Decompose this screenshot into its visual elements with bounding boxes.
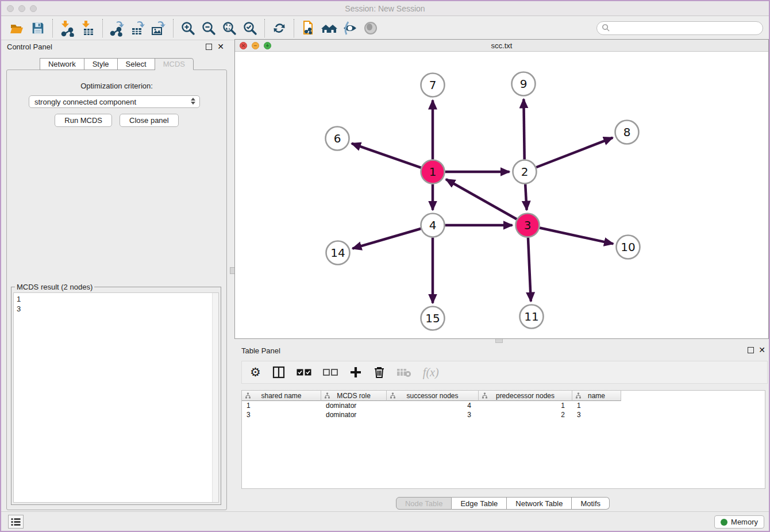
tab-select[interactable]: Select — [118, 58, 155, 70]
global-search[interactable] — [596, 21, 763, 35]
graph-edge-3-1[interactable] — [446, 179, 517, 219]
table-row[interactable]: 1dominator411 — [242, 401, 765, 410]
deselect-all-button[interactable] — [323, 364, 338, 380]
result-scrollbar[interactable] — [212, 293, 218, 502]
graph-edge-2-8[interactable] — [536, 138, 613, 168]
graph-node-label-6: 6 — [334, 132, 341, 145]
criterion-selected-value: strongly connected component — [34, 98, 136, 106]
graph-edge-1-6[interactable] — [352, 144, 421, 168]
column-header-label: predecessor nodes — [496, 392, 555, 400]
close-panel-icon[interactable]: ✕ — [217, 42, 224, 51]
horizontal-splitter-grip[interactable] — [495, 338, 503, 343]
float-table-panel-icon[interactable] — [748, 347, 754, 353]
network-window-title: scc.txt — [235, 41, 768, 50]
table-cell[interactable]: 2 — [479, 410, 572, 419]
zoom-selected-button[interactable] — [240, 18, 260, 38]
import-table-button[interactable] — [78, 18, 98, 38]
tab-network-table[interactable]: Network Table — [507, 497, 572, 510]
column-header-name[interactable]: name — [572, 391, 621, 401]
open-session-button[interactable] — [7, 18, 28, 38]
toolbar-separator — [173, 19, 174, 37]
zoom-out-icon — [201, 20, 217, 36]
column-type-icon — [390, 392, 396, 399]
graph-edges[interactable] — [352, 99, 613, 303]
table-cell[interactable]: 3 — [572, 410, 621, 419]
column-header-predecessor-nodes[interactable]: predecessor nodes — [479, 391, 572, 401]
table-panel-header: Table Panel ✕ — [234, 344, 770, 357]
table-settings-button[interactable]: ⚙ — [250, 364, 261, 380]
tab-node-table[interactable]: Node Table — [396, 497, 452, 510]
control-panel: Control Panel ✕ Network Style Select MCD… — [2, 40, 231, 511]
task-history-button[interactable] — [8, 515, 24, 529]
control-panel-tabs: Network Style Select MCDS — [2, 58, 231, 70]
close-panel-button[interactable]: Close panel — [120, 114, 179, 127]
table-tabs: Node Table Edge Table Network Table Moti… — [234, 497, 770, 510]
search-input[interactable] — [614, 24, 758, 32]
graph-edge-3-10[interactable] — [540, 228, 613, 244]
column-header-successor-nodes[interactable]: successor nodes — [387, 391, 479, 401]
hide-graphics-details-button[interactable] — [340, 18, 360, 38]
node-table-body: 1dominator4113dominator323 — [242, 401, 765, 419]
float-panel-icon[interactable] — [206, 44, 212, 50]
tab-mcds[interactable]: MCDS — [155, 58, 194, 70]
control-panel-header: Control Panel ✕ — [2, 40, 231, 54]
tab-edge-table[interactable]: Edge Table — [452, 497, 507, 510]
table-cell[interactable]: 1 — [479, 401, 572, 410]
eye-slash-icon — [341, 20, 359, 37]
tab-style[interactable]: Style — [84, 58, 118, 70]
graph-edge-2-3[interactable] — [525, 184, 526, 210]
memory-button[interactable]: Memory — [714, 515, 764, 529]
column-header-shared-name[interactable]: shared name — [242, 391, 321, 401]
table-cell[interactable]: 3 — [242, 410, 321, 419]
toolbar-separator — [52, 19, 53, 37]
graph-node-label-15: 15 — [425, 311, 440, 325]
list-icon — [11, 518, 21, 526]
export-image-button[interactable] — [148, 18, 169, 38]
criterion-select[interactable]: strongly connected component — [29, 95, 200, 108]
export-table-button[interactable] — [128, 18, 148, 38]
network-window-titlebar[interactable]: ✕ − + scc.txt — [235, 40, 768, 52]
table-row[interactable]: 3dominator323 — [242, 410, 765, 419]
network-view-window: ✕ − + scc.txt 7968124314101511 — [234, 39, 769, 339]
import-network-button[interactable] — [57, 18, 78, 38]
delete-column-button[interactable] — [374, 364, 385, 380]
table-cell[interactable]: 4 — [387, 401, 479, 410]
zoom-fit-button[interactable] — [219, 18, 240, 38]
houses-icon — [320, 20, 338, 37]
tab-network[interactable]: Network — [40, 58, 84, 70]
zoom-in-button[interactable] — [178, 18, 198, 38]
zoom-in-icon — [180, 20, 196, 36]
run-mcds-button[interactable]: Run MCDS — [55, 114, 112, 127]
table-cell[interactable]: dominator — [321, 401, 387, 410]
add-column-button[interactable] — [349, 364, 362, 380]
zoom-out-button[interactable] — [198, 18, 219, 38]
mcds-result-area[interactable]: 1 3 — [13, 292, 219, 503]
graph-edge-3-11[interactable] — [528, 237, 531, 301]
column-header-label: shared name — [261, 392, 301, 400]
delete-table-button-disabled — [396, 364, 411, 380]
table-cell[interactable]: 3 — [387, 410, 479, 419]
network-canvas[interactable]: 7968124314101511 — [235, 52, 768, 338]
export-image-icon — [150, 20, 167, 37]
zoom-selected-icon — [242, 20, 258, 36]
column-header-MCDS-role[interactable]: MCDS role — [321, 391, 387, 401]
columns-icon — [272, 366, 285, 379]
graph-node-label-8: 8 — [623, 125, 631, 139]
home-layout-button[interactable] — [319, 18, 340, 38]
graph-edge-2-9[interactable] — [523, 99, 524, 159]
tab-motifs[interactable]: Motifs — [572, 497, 610, 510]
copy-network-view-button[interactable] — [298, 18, 319, 38]
close-table-panel-icon[interactable]: ✕ — [759, 345, 765, 354]
table-cell[interactable]: 1 — [572, 401, 621, 410]
graph-edge-4-14[interactable] — [352, 229, 421, 249]
select-all-button[interactable] — [297, 364, 311, 380]
export-network-button[interactable] — [107, 18, 128, 38]
refresh-view-button[interactable] — [269, 18, 290, 38]
table-toolbar: ⚙ f(x) — [241, 361, 768, 384]
graph-node-label-4: 4 — [429, 218, 437, 232]
save-session-button[interactable] — [28, 18, 48, 38]
show-column-button[interactable] — [272, 364, 285, 380]
node-table-header: shared nameMCDS rolesuccessor nodesprede… — [242, 391, 765, 401]
table-cell[interactable]: 1 — [242, 401, 321, 410]
table-cell[interactable]: dominator — [321, 410, 387, 419]
